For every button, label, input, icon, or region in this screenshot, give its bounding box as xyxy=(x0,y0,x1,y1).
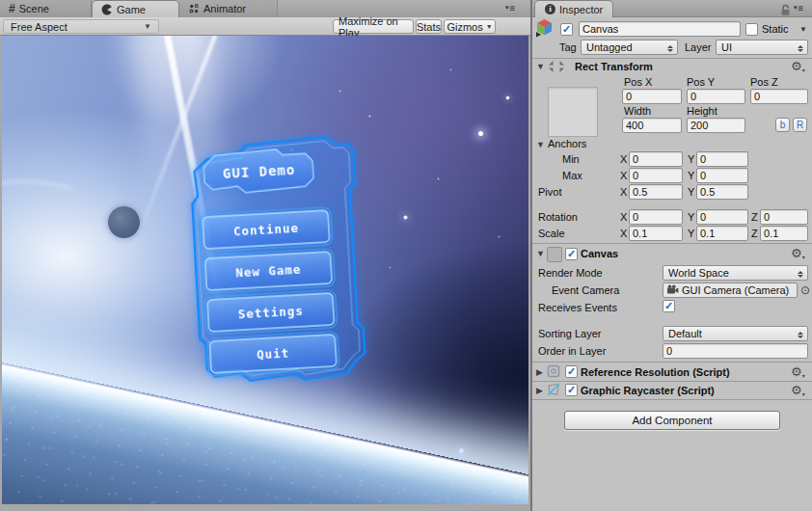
layer-value: UI xyxy=(721,41,732,53)
inspector-panel: i Inspector ▾≡ Static ▼ Tag Untagged Lay… xyxy=(532,0,812,511)
inspector-tabbar: i Inspector ▾≡ xyxy=(532,0,812,17)
divider xyxy=(532,381,812,382)
raw-edit-mode-button[interactable]: R xyxy=(793,118,807,132)
maximize-on-play-button[interactable]: Maximize on Play xyxy=(333,19,414,34)
left-pane-menu-icon[interactable]: ▾≡ xyxy=(505,3,516,13)
scale-y-field[interactable] xyxy=(696,226,748,241)
width-label: Width xyxy=(624,105,651,117)
sorting-layer-value: Default xyxy=(668,328,702,339)
layer-dropdown[interactable]: UI xyxy=(716,40,808,55)
rotation-label: Rotation xyxy=(538,211,578,223)
tab-animator[interactable]: Animator xyxy=(179,0,278,17)
order-in-layer-label: Order in Layer xyxy=(538,345,606,357)
pos-y-field[interactable] xyxy=(687,89,745,104)
event-camera-object-field[interactable]: GUI Camera (Camera) xyxy=(663,282,798,298)
divider xyxy=(532,243,812,244)
gameobject-cube-icon[interactable] xyxy=(534,17,555,41)
quit-button[interactable]: Quit xyxy=(206,332,339,377)
pos-z-label: Pos Z xyxy=(750,76,778,88)
aspect-dropdown-label: Free Aspect xyxy=(11,21,68,33)
layer-label: Layer xyxy=(685,41,712,53)
scene-icon: # xyxy=(9,2,15,15)
receives-events-checkbox[interactable] xyxy=(663,300,675,312)
static-dropdown-arrow-icon[interactable]: ▼ xyxy=(799,25,807,34)
maximize-on-play-label: Maximize on Play xyxy=(338,15,408,39)
gameobject-name-field[interactable] xyxy=(579,21,741,37)
height-field[interactable] xyxy=(687,118,745,133)
tab-inspector-label: Inspector xyxy=(559,4,603,15)
sorting-layer-label: Sorting Layer xyxy=(538,328,601,339)
graphic-raycaster-enabled-checkbox[interactable] xyxy=(565,384,578,396)
width-field[interactable] xyxy=(622,118,682,133)
game-icon xyxy=(101,4,113,15)
static-checkbox[interactable] xyxy=(745,23,758,36)
stars-decoration xyxy=(2,36,3,37)
new-game-button[interactable]: New Game xyxy=(202,249,335,294)
pos-x-field[interactable] xyxy=(622,89,682,104)
graphic-raycaster-foldout[interactable]: ▶ xyxy=(536,386,543,395)
gear-icon[interactable]: ⚙▾ xyxy=(791,247,805,264)
rotation-z-field[interactable] xyxy=(760,209,808,225)
tab-scene-label: Scene xyxy=(19,3,49,14)
aspect-dropdown[interactable]: Free Aspect ▼ xyxy=(3,19,159,34)
gizmos-label: Gizmos xyxy=(447,21,482,33)
game-gui-panel: GUI Demo Continue New Game Settings Quit xyxy=(183,133,372,395)
add-component-button[interactable]: Add Component xyxy=(564,411,780,430)
tab-inspector[interactable]: i Inspector xyxy=(534,0,613,17)
anchor-min-label: Min xyxy=(562,153,580,165)
tab-game-label: Game xyxy=(117,4,146,15)
pivot-x-field[interactable] xyxy=(629,184,683,200)
anchor-min-y-field[interactable] xyxy=(696,151,748,167)
canvas-enabled-checkbox[interactable] xyxy=(565,248,578,260)
pos-z-field[interactable] xyxy=(750,89,808,104)
render-mode-dropdown[interactable]: World Space xyxy=(663,265,808,281)
tab-game[interactable]: Game xyxy=(92,0,179,17)
blueprint-mode-button[interactable]: b xyxy=(775,118,790,132)
gizmos-dropdown[interactable]: Gizmos ▼ xyxy=(444,19,496,34)
rect-transform-foldout[interactable]: ▼ xyxy=(536,62,545,71)
inspector-menu-icon[interactable]: ▾≡ xyxy=(794,3,804,13)
camera-icon xyxy=(666,284,679,296)
tab-scene[interactable]: # Scene xyxy=(0,0,92,17)
z-axis-label: Z xyxy=(751,228,758,239)
gear-icon[interactable]: ⚙▾ xyxy=(791,60,805,77)
rotation-y-field[interactable] xyxy=(696,209,748,225)
anchor-min-x-field[interactable] xyxy=(629,151,683,167)
tag-dropdown[interactable]: Untagged xyxy=(581,40,678,55)
pivot-label: Pivot xyxy=(538,186,561,198)
anchor-max-y-field[interactable] xyxy=(696,168,748,183)
continue-button[interactable]: Continue xyxy=(200,207,333,253)
chevron-down-icon: ▼ xyxy=(486,23,493,30)
add-component-label: Add Component xyxy=(632,415,712,426)
stats-button[interactable]: Stats xyxy=(416,19,442,34)
game-viewport: GUI Demo Continue New Game Settings Quit xyxy=(2,36,528,504)
canvas-foldout[interactable]: ▼ xyxy=(536,249,545,258)
y-axis-label: Y xyxy=(688,211,694,223)
object-picker-icon[interactable]: ⊙ xyxy=(800,284,810,296)
event-camera-value: GUI Camera (Camera) xyxy=(682,284,789,296)
scale-z-field[interactable] xyxy=(760,226,808,241)
y-axis-label: Y xyxy=(688,170,694,181)
settings-button[interactable]: Settings xyxy=(204,290,338,336)
anchor-preset-preview[interactable] xyxy=(548,87,598,137)
anchors-foldout[interactable]: ▼ xyxy=(536,140,545,149)
moon-decoration xyxy=(108,206,140,238)
reference-resolution-enabled-checkbox[interactable] xyxy=(565,365,578,378)
order-in-layer-field[interactable] xyxy=(663,343,808,359)
left-pane-tabbar: # Scene Game Animator ▾≡ xyxy=(0,0,530,18)
x-axis-label: X xyxy=(620,153,627,165)
tag-label: Tag xyxy=(559,41,577,53)
scale-x-field[interactable] xyxy=(629,226,683,241)
x-axis-label: X xyxy=(620,228,627,239)
divider xyxy=(532,399,812,400)
sorting-layer-dropdown[interactable]: Default xyxy=(663,326,808,341)
rotation-x-field[interactable] xyxy=(629,209,683,225)
pos-y-label: Pos Y xyxy=(687,76,715,88)
reference-resolution-foldout[interactable]: ▶ xyxy=(536,367,543,377)
gameobject-enabled-checkbox[interactable] xyxy=(560,23,573,36)
anchor-max-x-field[interactable] xyxy=(629,168,683,183)
receives-events-label: Receives Events xyxy=(538,302,617,313)
pivot-y-field[interactable] xyxy=(696,184,748,200)
lock-icon[interactable] xyxy=(780,3,791,20)
divider xyxy=(532,58,812,59)
